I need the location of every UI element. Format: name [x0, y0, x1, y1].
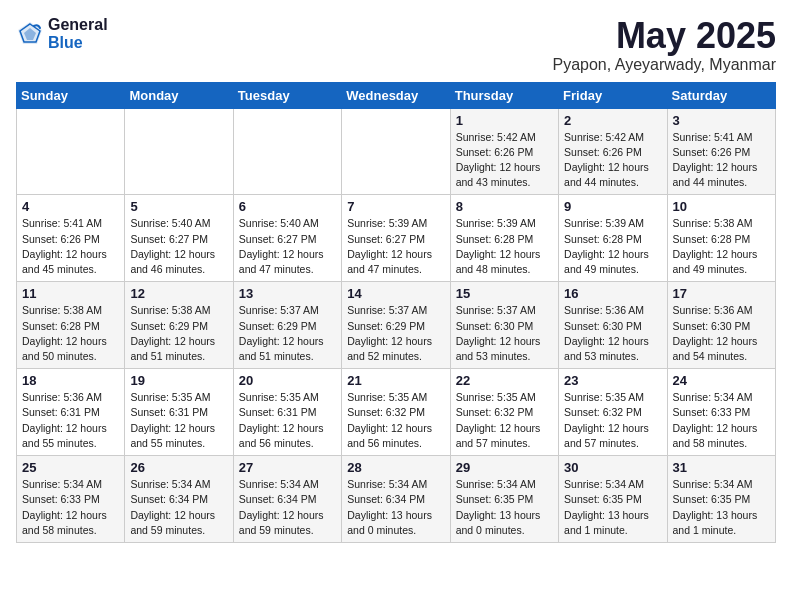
calendar-cell: 9Sunrise: 5:39 AM Sunset: 6:28 PM Daylig…	[559, 195, 667, 282]
calendar-cell: 13Sunrise: 5:37 AM Sunset: 6:29 PM Dayli…	[233, 282, 341, 369]
calendar-cell: 21Sunrise: 5:35 AM Sunset: 6:32 PM Dayli…	[342, 369, 450, 456]
day-number: 18	[22, 373, 119, 388]
day-info: Sunrise: 5:38 AM Sunset: 6:28 PM Dayligh…	[673, 216, 770, 277]
day-number: 7	[347, 199, 444, 214]
day-info: Sunrise: 5:40 AM Sunset: 6:27 PM Dayligh…	[130, 216, 227, 277]
calendar-cell: 1Sunrise: 5:42 AM Sunset: 6:26 PM Daylig…	[450, 108, 558, 195]
day-info: Sunrise: 5:34 AM Sunset: 6:33 PM Dayligh…	[673, 390, 770, 451]
day-info: Sunrise: 5:37 AM Sunset: 6:29 PM Dayligh…	[347, 303, 444, 364]
day-info: Sunrise: 5:35 AM Sunset: 6:31 PM Dayligh…	[130, 390, 227, 451]
logo-general-label: General	[48, 16, 108, 34]
calendar-cell: 14Sunrise: 5:37 AM Sunset: 6:29 PM Dayli…	[342, 282, 450, 369]
day-info: Sunrise: 5:36 AM Sunset: 6:30 PM Dayligh…	[564, 303, 661, 364]
day-info: Sunrise: 5:39 AM Sunset: 6:27 PM Dayligh…	[347, 216, 444, 277]
calendar-cell: 26Sunrise: 5:34 AM Sunset: 6:34 PM Dayli…	[125, 456, 233, 543]
calendar-cell: 11Sunrise: 5:38 AM Sunset: 6:28 PM Dayli…	[17, 282, 125, 369]
week-row-3: 11Sunrise: 5:38 AM Sunset: 6:28 PM Dayli…	[17, 282, 776, 369]
calendar-table: SundayMondayTuesdayWednesdayThursdayFrid…	[16, 82, 776, 543]
day-number: 3	[673, 113, 770, 128]
day-info: Sunrise: 5:34 AM Sunset: 6:35 PM Dayligh…	[564, 477, 661, 538]
calendar-cell: 31Sunrise: 5:34 AM Sunset: 6:35 PM Dayli…	[667, 456, 775, 543]
day-number: 6	[239, 199, 336, 214]
day-info: Sunrise: 5:36 AM Sunset: 6:31 PM Dayligh…	[22, 390, 119, 451]
day-info: Sunrise: 5:38 AM Sunset: 6:28 PM Dayligh…	[22, 303, 119, 364]
day-number: 30	[564, 460, 661, 475]
calendar-cell	[233, 108, 341, 195]
calendar-cell: 7Sunrise: 5:39 AM Sunset: 6:27 PM Daylig…	[342, 195, 450, 282]
day-number: 24	[673, 373, 770, 388]
calendar-cell: 22Sunrise: 5:35 AM Sunset: 6:32 PM Dayli…	[450, 369, 558, 456]
calendar-cell	[17, 108, 125, 195]
day-number: 29	[456, 460, 553, 475]
day-info: Sunrise: 5:42 AM Sunset: 6:26 PM Dayligh…	[456, 130, 553, 191]
day-number: 31	[673, 460, 770, 475]
logo-text: General Blue	[48, 16, 108, 51]
title-block: May 2025 Pyapon, Ayeyarwady, Myanmar	[552, 16, 776, 74]
day-info: Sunrise: 5:34 AM Sunset: 6:34 PM Dayligh…	[347, 477, 444, 538]
weekday-header-friday: Friday	[559, 82, 667, 108]
week-row-2: 4Sunrise: 5:41 AM Sunset: 6:26 PM Daylig…	[17, 195, 776, 282]
weekday-header-wednesday: Wednesday	[342, 82, 450, 108]
day-info: Sunrise: 5:35 AM Sunset: 6:32 PM Dayligh…	[456, 390, 553, 451]
calendar-cell: 12Sunrise: 5:38 AM Sunset: 6:29 PM Dayli…	[125, 282, 233, 369]
logo-icon	[16, 20, 44, 48]
day-number: 21	[347, 373, 444, 388]
weekday-header-monday: Monday	[125, 82, 233, 108]
day-number: 25	[22, 460, 119, 475]
day-number: 14	[347, 286, 444, 301]
weekday-header-thursday: Thursday	[450, 82, 558, 108]
logo: General Blue	[16, 16, 108, 51]
day-info: Sunrise: 5:34 AM Sunset: 6:34 PM Dayligh…	[239, 477, 336, 538]
day-number: 22	[456, 373, 553, 388]
week-row-4: 18Sunrise: 5:36 AM Sunset: 6:31 PM Dayli…	[17, 369, 776, 456]
day-number: 1	[456, 113, 553, 128]
calendar-cell: 24Sunrise: 5:34 AM Sunset: 6:33 PM Dayli…	[667, 369, 775, 456]
day-info: Sunrise: 5:35 AM Sunset: 6:32 PM Dayligh…	[564, 390, 661, 451]
weekday-header-saturday: Saturday	[667, 82, 775, 108]
day-number: 15	[456, 286, 553, 301]
day-info: Sunrise: 5:35 AM Sunset: 6:31 PM Dayligh…	[239, 390, 336, 451]
weekday-header-sunday: Sunday	[17, 82, 125, 108]
calendar-cell: 18Sunrise: 5:36 AM Sunset: 6:31 PM Dayli…	[17, 369, 125, 456]
day-info: Sunrise: 5:41 AM Sunset: 6:26 PM Dayligh…	[673, 130, 770, 191]
day-number: 20	[239, 373, 336, 388]
calendar-cell: 3Sunrise: 5:41 AM Sunset: 6:26 PM Daylig…	[667, 108, 775, 195]
day-number: 11	[22, 286, 119, 301]
day-info: Sunrise: 5:38 AM Sunset: 6:29 PM Dayligh…	[130, 303, 227, 364]
day-info: Sunrise: 5:34 AM Sunset: 6:35 PM Dayligh…	[673, 477, 770, 538]
calendar-cell: 20Sunrise: 5:35 AM Sunset: 6:31 PM Dayli…	[233, 369, 341, 456]
calendar-cell: 6Sunrise: 5:40 AM Sunset: 6:27 PM Daylig…	[233, 195, 341, 282]
weekday-header-tuesday: Tuesday	[233, 82, 341, 108]
page-header: General Blue May 2025 Pyapon, Ayeyarwady…	[16, 16, 776, 74]
day-info: Sunrise: 5:34 AM Sunset: 6:35 PM Dayligh…	[456, 477, 553, 538]
day-info: Sunrise: 5:36 AM Sunset: 6:30 PM Dayligh…	[673, 303, 770, 364]
day-number: 16	[564, 286, 661, 301]
calendar-cell: 17Sunrise: 5:36 AM Sunset: 6:30 PM Dayli…	[667, 282, 775, 369]
day-number: 10	[673, 199, 770, 214]
calendar-cell: 10Sunrise: 5:38 AM Sunset: 6:28 PM Dayli…	[667, 195, 775, 282]
calendar-cell: 23Sunrise: 5:35 AM Sunset: 6:32 PM Dayli…	[559, 369, 667, 456]
day-info: Sunrise: 5:39 AM Sunset: 6:28 PM Dayligh…	[564, 216, 661, 277]
day-number: 28	[347, 460, 444, 475]
day-number: 2	[564, 113, 661, 128]
day-info: Sunrise: 5:40 AM Sunset: 6:27 PM Dayligh…	[239, 216, 336, 277]
day-number: 13	[239, 286, 336, 301]
day-info: Sunrise: 5:39 AM Sunset: 6:28 PM Dayligh…	[456, 216, 553, 277]
calendar-cell: 25Sunrise: 5:34 AM Sunset: 6:33 PM Dayli…	[17, 456, 125, 543]
calendar-cell: 2Sunrise: 5:42 AM Sunset: 6:26 PM Daylig…	[559, 108, 667, 195]
day-info: Sunrise: 5:35 AM Sunset: 6:32 PM Dayligh…	[347, 390, 444, 451]
calendar-cell	[342, 108, 450, 195]
week-row-1: 1Sunrise: 5:42 AM Sunset: 6:26 PM Daylig…	[17, 108, 776, 195]
calendar-cell: 30Sunrise: 5:34 AM Sunset: 6:35 PM Dayli…	[559, 456, 667, 543]
calendar-cell: 4Sunrise: 5:41 AM Sunset: 6:26 PM Daylig…	[17, 195, 125, 282]
day-number: 8	[456, 199, 553, 214]
calendar-cell	[125, 108, 233, 195]
week-row-5: 25Sunrise: 5:34 AM Sunset: 6:33 PM Dayli…	[17, 456, 776, 543]
day-info: Sunrise: 5:37 AM Sunset: 6:29 PM Dayligh…	[239, 303, 336, 364]
day-info: Sunrise: 5:42 AM Sunset: 6:26 PM Dayligh…	[564, 130, 661, 191]
calendar-title: May 2025	[552, 16, 776, 56]
day-number: 17	[673, 286, 770, 301]
calendar-cell: 27Sunrise: 5:34 AM Sunset: 6:34 PM Dayli…	[233, 456, 341, 543]
day-number: 5	[130, 199, 227, 214]
day-number: 27	[239, 460, 336, 475]
